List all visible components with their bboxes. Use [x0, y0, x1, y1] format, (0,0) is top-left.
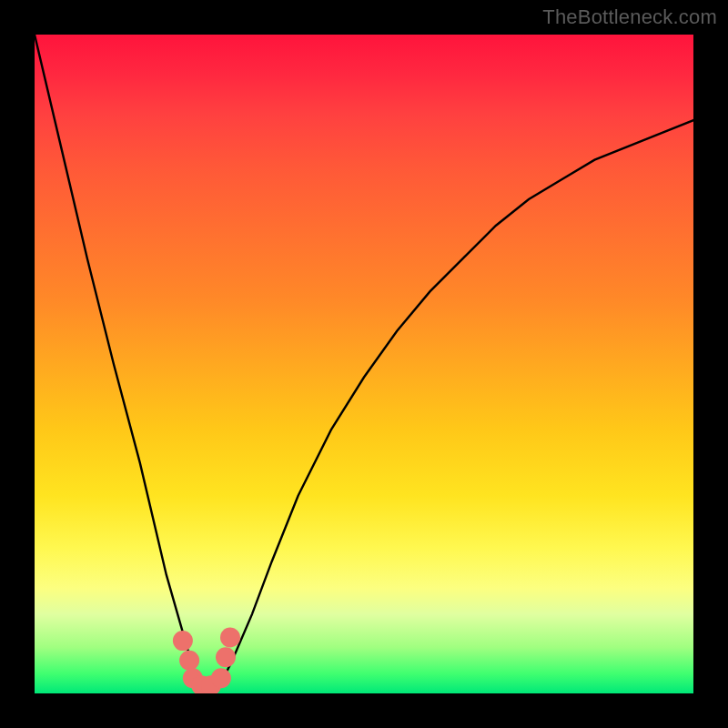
curve-markers [173, 628, 240, 694]
chart-plot-area [35, 35, 693, 693]
marker-dot [216, 647, 236, 667]
marker-dot [220, 628, 240, 648]
marker-dot [211, 668, 231, 688]
chart-frame: TheBottleneck.com [0, 0, 728, 728]
watermark-text: TheBottleneck.com [542, 5, 717, 29]
bottleneck-curve [35, 35, 693, 690]
marker-dot [179, 651, 199, 671]
chart-svg [35, 35, 693, 693]
marker-dot [173, 631, 193, 651]
